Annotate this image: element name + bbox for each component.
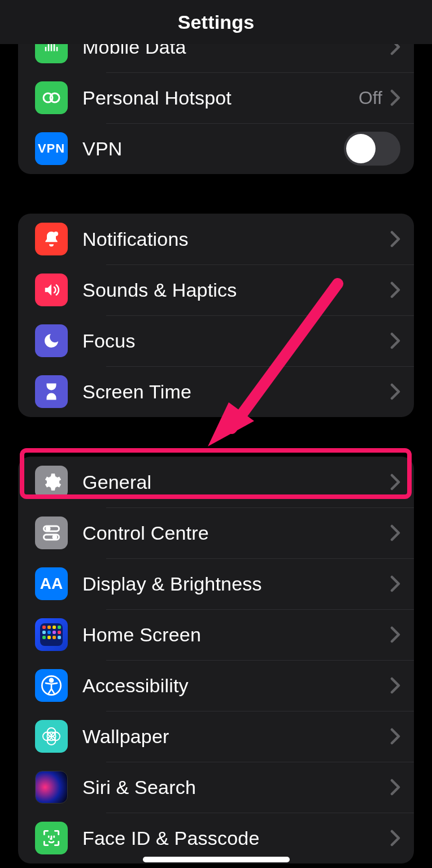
row-faceid[interactable]: Face ID & Passcode — [18, 813, 414, 863]
svg-point-6 — [53, 536, 56, 539]
chevron-right-icon — [390, 231, 400, 248]
siri-icon — [35, 771, 68, 804]
row-personal-hotspot[interactable]: Personal Hotspot Off — [18, 72, 414, 123]
hotspot-icon — [35, 81, 68, 114]
settings-scroll[interactable]: Mobile Data Personal Hotspot Off VPN — [0, 44, 432, 868]
control-centre-icon — [35, 517, 68, 549]
row-general[interactable]: General — [18, 457, 414, 507]
svg-point-1 — [50, 93, 59, 102]
row-label: Focus — [82, 330, 390, 352]
row-label: Display & Brightness — [82, 573, 390, 595]
row-label: VPN — [82, 138, 344, 160]
row-label: Face ID & Passcode — [82, 827, 390, 849]
svg-point-4 — [46, 527, 50, 531]
settings-group-attention: Notifications Sounds & Haptics — [18, 214, 414, 417]
settings-group-device: General Control Centre AA Display & Brig… — [18, 457, 414, 863]
row-siri[interactable]: Siri & Search — [18, 762, 414, 813]
row-mobile-data[interactable]: Mobile Data — [18, 44, 414, 72]
chevron-right-icon — [390, 626, 400, 643]
row-value: Off — [359, 88, 382, 108]
chevron-right-icon — [390, 332, 400, 349]
row-screen-time[interactable]: Screen Time — [18, 366, 414, 417]
chevron-right-icon — [390, 728, 400, 745]
row-label: Mobile Data — [82, 44, 390, 58]
chevron-right-icon — [390, 677, 400, 694]
row-label: Accessibility — [82, 675, 390, 697]
navbar: Settings — [0, 0, 432, 44]
row-label: Sounds & Haptics — [82, 279, 390, 301]
chevron-right-icon — [390, 524, 400, 541]
svg-point-8 — [50, 679, 53, 682]
general-gear-icon — [35, 466, 68, 498]
row-sounds[interactable]: Sounds & Haptics — [18, 264, 414, 315]
display-icon: AA — [35, 567, 68, 600]
svg-point-2 — [54, 232, 58, 236]
chevron-right-icon — [390, 474, 400, 491]
sounds-icon — [35, 274, 68, 306]
chevron-right-icon — [390, 383, 400, 400]
chevron-right-icon — [390, 830, 400, 847]
settings-group-connectivity: Mobile Data Personal Hotspot Off VPN — [18, 44, 414, 174]
row-home-screen[interactable]: Home Screen — [18, 609, 414, 660]
home-indicator[interactable] — [143, 857, 290, 862]
row-notifications[interactable]: Notifications — [18, 214, 414, 264]
accessibility-icon — [35, 669, 68, 702]
row-label: General — [82, 471, 390, 493]
row-display[interactable]: AA Display & Brightness — [18, 558, 414, 609]
row-accessibility[interactable]: Accessibility — [18, 660, 414, 711]
row-label: Screen Time — [82, 381, 390, 403]
row-label: Notifications — [82, 228, 390, 250]
notifications-icon — [35, 223, 68, 255]
chevron-right-icon — [390, 575, 400, 592]
vpn-icon: VPN — [35, 132, 68, 165]
page-title: Settings — [178, 11, 255, 33]
focus-icon — [35, 324, 68, 357]
mobile-data-icon — [35, 44, 68, 63]
home-screen-icon — [35, 618, 68, 651]
chevron-right-icon — [390, 779, 400, 796]
vpn-toggle[interactable] — [344, 132, 400, 166]
chevron-right-icon — [390, 89, 400, 106]
wallpaper-icon — [35, 720, 68, 753]
row-label: Wallpaper — [82, 726, 390, 748]
faceid-icon — [35, 822, 68, 854]
chevron-right-icon — [390, 281, 400, 298]
row-vpn[interactable]: VPN VPN — [18, 123, 414, 174]
row-label: Personal Hotspot — [82, 87, 359, 109]
row-label: Siri & Search — [82, 776, 390, 798]
chevron-right-icon — [390, 44, 400, 55]
row-label: Control Centre — [82, 522, 390, 544]
row-label: Home Screen — [82, 624, 390, 646]
row-wallpaper[interactable]: Wallpaper — [18, 711, 414, 762]
screen-time-icon — [35, 375, 68, 408]
row-control-centre[interactable]: Control Centre — [18, 507, 414, 558]
row-focus[interactable]: Focus — [18, 315, 414, 366]
